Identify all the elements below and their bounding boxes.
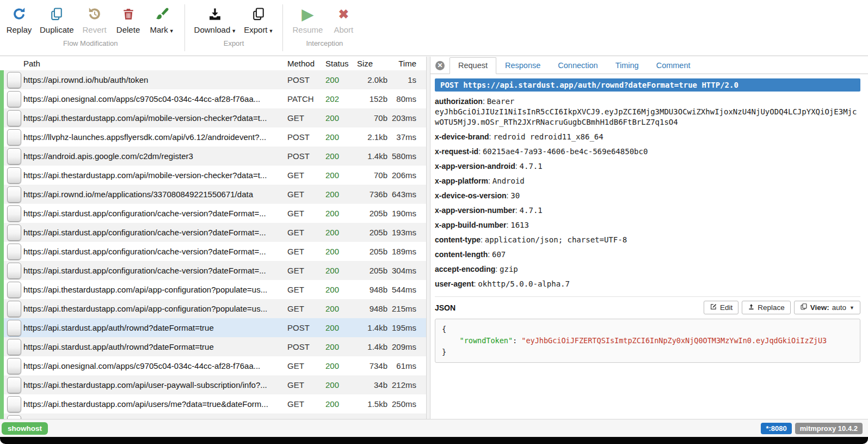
column-header-method[interactable]: Method	[287, 59, 325, 68]
flow-row[interactable]: https://llvphz-launches.appsflyersdk.com…	[0, 127, 426, 147]
flow-size: 734b	[357, 361, 387, 370]
flow-row[interactable]: https://api.thestardustapp.com/api/mobil…	[0, 108, 426, 127]
toolbar-button[interactable]: Download▼	[190, 4, 241, 34]
flow-time: 189ms	[387, 247, 416, 256]
flow-time: 580ms	[387, 151, 416, 161]
flow-row[interactable]: https://api.thestardustapp.com/api/users…	[0, 394, 426, 413]
flow-status: 202	[325, 94, 357, 104]
edit-button[interactable]: Edit	[704, 301, 738, 314]
header-value[interactable]: Android	[493, 177, 525, 185]
header-name[interactable]: accept-encoding	[435, 265, 495, 273]
header-name[interactable]: x-app-version-number	[435, 206, 515, 215]
column-header-time[interactable]: Time	[387, 59, 416, 68]
toolbar-button[interactable]: Mark▼	[145, 4, 179, 34]
flow-size: 70b	[357, 171, 387, 180]
view-mode-button[interactable]: View:auto▼	[794, 301, 860, 314]
header-value[interactable]: 4.7.1	[520, 162, 543, 171]
flow-row[interactable]: https://api.thestardustapp.com/api/app-c…	[0, 280, 426, 299]
header-name[interactable]: content-type	[435, 235, 481, 244]
toolbar-button[interactable]: Export▼	[240, 4, 277, 34]
detail-tab[interactable]: Timing	[607, 57, 648, 74]
detail-tab[interactable]: Comment	[648, 57, 699, 74]
document-icon	[7, 415, 21, 419]
flow-status: 200	[325, 113, 357, 123]
header-value[interactable]: 1613	[510, 221, 529, 229]
flow-row[interactable]: https://api.stardust.app/configuration/c…	[0, 242, 426, 261]
panel-divider[interactable]	[426, 57, 430, 419]
toolbar-separator	[282, 4, 283, 51]
header-name[interactable]: x-app-platform	[435, 177, 488, 185]
flow-row[interactable]: https://api.stardust.app/configuration/c…	[0, 204, 426, 223]
flow-row[interactable]: https://api.onesignal.com/apps/c9705c04-…	[0, 356, 426, 375]
flow-method: GET	[287, 361, 325, 370]
header-value[interactable]: 60215ae4-7a93-4606-be4c-569e64850bc0	[483, 147, 648, 156]
flow-size: 736b	[357, 190, 387, 199]
header-name[interactable]: x-app-version-android	[435, 162, 515, 171]
header-value[interactable]: redroid redroid11_x86_64	[493, 132, 603, 141]
column-header-size[interactable]: Size	[357, 59, 387, 68]
toolbar-button[interactable]: ✖ Abort▼	[327, 4, 360, 34]
flow-time: 209ms	[387, 342, 416, 351]
toolbar-button[interactable]: Revert▼	[78, 4, 112, 34]
header-value[interactable]: Bearer eyJhbGciOiJIUzI1NiIsInR5cCI6IkpXV…	[435, 97, 857, 126]
flow-row[interactable]: https://api.stardust.app/configuration/c…	[0, 223, 426, 242]
flow-time: 203ms	[387, 113, 416, 123]
flow-row[interactable]	[0, 413, 426, 419]
header-name[interactable]: x-request-id	[435, 147, 478, 156]
flow-row[interactable]: https://android.apis.google.com/c2dm/reg…	[0, 147, 426, 166]
replace-button[interactable]: Replace	[742, 301, 791, 314]
flow-path: https://api.thestardustapp.com/api/mobil…	[23, 113, 287, 123]
flow-path: https://api.rownd.io/me/applications/337…	[23, 190, 287, 199]
flow-row[interactable]: https://api.stardust.app/auth/rownd?date…	[0, 318, 426, 337]
flow-row[interactable]: https://api.thestardustapp.com/api/app-c…	[0, 299, 426, 318]
document-icon	[7, 358, 21, 374]
request-line[interactable]: POST https://api.stardust.app/auth/rownd…	[435, 78, 860, 92]
header-name[interactable]: content-length	[435, 250, 488, 259]
header-name[interactable]: user-agent	[435, 279, 474, 288]
flow-row[interactable]: https://api.thestardustapp.com/api/mobil…	[0, 166, 426, 185]
flow-size: 152b	[357, 94, 387, 104]
flow-row[interactable]: https://api.thestardustapp.com/api/user-…	[0, 375, 426, 394]
toolbar-button[interactable]: Delete▼	[112, 4, 145, 34]
header-value[interactable]: 607	[492, 250, 506, 259]
column-header-path[interactable]: Path	[0, 59, 287, 68]
document-icon	[7, 224, 21, 241]
toolbar-button[interactable]: ▶ Resume▼	[288, 4, 327, 34]
header-name[interactable]: x-device-brand	[435, 132, 489, 141]
flow-row[interactable]: https://api.rownd.io/hub/auth/token POST…	[0, 70, 426, 89]
flow-time: 190ms	[387, 209, 416, 218]
flow-status: 200	[325, 399, 357, 409]
detail-tab[interactable]: Request	[450, 57, 496, 74]
header-name[interactable]: x-device-os-version	[435, 191, 507, 200]
detail-tab[interactable]: Response	[496, 57, 549, 74]
flow-status: 200	[325, 171, 357, 180]
flow-method: GET	[287, 209, 325, 218]
toolbar-group-label: Export	[190, 39, 278, 47]
detail-tab[interactable]: Connection	[549, 57, 606, 74]
header-value[interactable]: application/json; charset=UTF-8	[485, 235, 627, 244]
header-value[interactable]: okhttp/5.0.0-alpha.7	[478, 279, 570, 288]
revert-icon	[87, 4, 102, 24]
flow-marker-strip	[0, 70, 4, 419]
toolbar-button[interactable]: Replay▼	[2, 4, 36, 34]
document-icon	[7, 129, 21, 145]
header-value[interactable]: gzip	[500, 265, 518, 273]
header-value[interactable]: 30	[510, 191, 520, 200]
flow-status: 200	[325, 190, 357, 199]
header-value[interactable]: 4.7.1	[520, 206, 543, 215]
flow-row[interactable]: https://api.onesignal.com/apps/c9705c04-…	[0, 89, 426, 108]
toolbar-button[interactable]: Duplicate▼	[36, 4, 78, 34]
flow-method: GET	[287, 113, 325, 123]
flow-row[interactable]: https://api.stardust.app/auth/rownd?date…	[0, 337, 426, 356]
json-body-viewer[interactable]: { "rowndToken": "eyJhbGciOiJFZERTQSIsImt…	[435, 319, 860, 363]
header-name[interactable]: x-app-build-number	[435, 221, 506, 229]
close-icon[interactable]: ✕	[435, 61, 445, 70]
document-icon	[7, 320, 21, 336]
document-icon	[7, 263, 21, 279]
column-header-status[interactable]: Status	[325, 59, 357, 68]
flow-size: 1.4kb	[357, 342, 387, 351]
header-name[interactable]: authorization	[435, 97, 483, 106]
flow-row[interactable]: https://api.rownd.io/me/applications/337…	[0, 185, 426, 204]
flow-row[interactable]: https://api.stardust.app/configuration/c…	[0, 261, 426, 280]
body-format-label: JSON	[435, 303, 455, 312]
